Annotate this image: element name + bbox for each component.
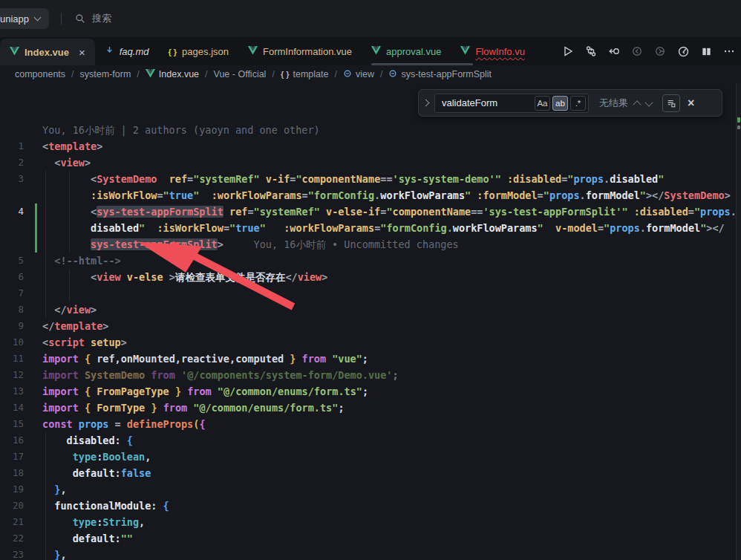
tab-label: approval.vue: [386, 46, 441, 57]
chevron-down-icon: [34, 14, 42, 22]
close-icon[interactable]: ×: [688, 97, 694, 110]
find-previous-icon[interactable]: [633, 100, 641, 108]
tab-faq.md[interactable]: faq.md: [95, 37, 159, 65]
nav-back-icon[interactable]: [630, 44, 644, 59]
vue-icon: [146, 69, 155, 80]
breadcrumb-item-sys-test-appFormSplit[interactable]: sys-test-appFormSplit: [388, 69, 492, 80]
run-code-icon[interactable]: [676, 44, 691, 59]
breadcrumb-item-components[interactable]: components: [15, 69, 65, 79]
project-switcher[interactable]: uniapp: [0, 8, 49, 29]
line-number: 20: [0, 498, 24, 514]
whole-word-toggle[interactable]: ab: [552, 96, 568, 111]
global-search[interactable]: 搜索: [75, 12, 111, 25]
code-line[interactable]: 10<script setup>: [0, 334, 736, 351]
line-number: 17: [0, 449, 24, 465]
code-line[interactable]: 17 type:Boolean,: [0, 449, 736, 465]
line-number: 16: [0, 432, 24, 449]
code-line[interactable]: You, 16小时前 | 2 authors (yaoyn and one ot…: [0, 122, 736, 138]
code-editor[interactable]: You, 16小时前 | 2 authors (yaoyn and one ot…: [0, 83, 741, 560]
tab-label: FormInformation.vue: [263, 46, 352, 57]
code-line[interactable]: 2 <view>: [0, 154, 736, 171]
run-icon[interactable]: [561, 44, 575, 59]
find-next-icon[interactable]: [644, 98, 653, 106]
line-text: :isWorkFlow="true" :workFlowParams="form…: [42, 187, 731, 204]
code-line[interactable]: 18 default:false: [0, 465, 736, 481]
code-area[interactable]: You, 16小时前 | 2 authors (yaoyn and one ot…: [0, 122, 736, 560]
close-tab-icon[interactable]: ×: [79, 47, 85, 58]
line-number: 13: [0, 383, 24, 400]
find-widget: validateForm Aa ab .* 无结果 ×: [418, 89, 722, 117]
tab-FormInformation.vue[interactable]: FormInformation.vue: [238, 37, 362, 65]
line-number: 19: [0, 481, 24, 498]
tab-approval.vue[interactable]: approval.vue: [362, 37, 451, 65]
code-line[interactable]: 20 functionalModule: {: [0, 498, 736, 514]
split-editor-icon[interactable]: [699, 44, 714, 59]
match-case-toggle[interactable]: Aa: [535, 96, 550, 111]
code-line[interactable]: 3 <SystemDemo ref="systemRef" v-if="comp…: [0, 171, 736, 187]
line-number: 9: [0, 318, 24, 334]
breadcrumb-item-view[interactable]: view: [343, 69, 374, 80]
code-line[interactable]: 1<template>: [0, 138, 736, 154]
line-text: type:String,: [42, 514, 145, 530]
code-line[interactable]: 16 disabled: {: [0, 432, 736, 449]
indent-guide: [69, 285, 70, 302]
line-text: default:"": [42, 530, 133, 547]
line-number: 14: [0, 400, 24, 416]
breadcrumb-label: system-form: [80, 69, 131, 79]
breadcrumb-item-Index.vue[interactable]: Index.vue: [146, 69, 199, 80]
find-query[interactable]: validateForm: [442, 97, 532, 108]
code-line[interactable]: 4 <sys-test-appFormSplit ref="systemRef"…: [0, 204, 736, 220]
git-added-marker: [737, 117, 740, 123]
code-line[interactable]: 8 </view>: [0, 302, 736, 318]
indent-guide: [45, 285, 46, 302]
code-line[interactable]: 5 <!--html-->: [0, 253, 736, 269]
breadcrumb-label: template: [293, 69, 329, 79]
source-control-graph-icon[interactable]: [584, 44, 598, 59]
nav-forward-icon[interactable]: [653, 44, 667, 59]
code-line[interactable]: 12import SystemDemo from '@/components/s…: [0, 367, 736, 383]
breadcrumb-item-Vue - Official[interactable]: Vue - Official: [214, 69, 267, 79]
editor-toolbar: [561, 37, 737, 65]
tab-pages.json[interactable]: { }pages.json: [158, 37, 238, 65]
toggle-replace-icon[interactable]: [422, 100, 430, 107]
line-number: 3: [0, 171, 24, 187]
breadcrumb-item-system-form[interactable]: system-form: [80, 69, 131, 79]
code-line[interactable]: sys-test-appFormSplit> You, 16小时前 • Unco…: [0, 236, 736, 253]
regex-toggle[interactable]: .*: [570, 96, 586, 111]
code-line[interactable]: 6 <view v-else >请检查表单文件是否存在</view>: [0, 269, 736, 285]
breadcrumb-label: sys-test-appFormSplit: [401, 69, 492, 79]
code-line[interactable]: 23 },: [0, 547, 736, 560]
git-change-bar: [35, 220, 37, 236]
more-actions-icon[interactable]: [722, 44, 737, 59]
line-text: <script setup>: [42, 334, 127, 351]
code-line[interactable]: 11import { ref,onMounted,reactive,comput…: [0, 351, 736, 367]
code-line[interactable]: 21 type:String,: [0, 514, 736, 530]
open-changes-icon[interactable]: [607, 44, 621, 59]
overview-ruler[interactable]: [736, 83, 741, 560]
breadcrumb-item-template[interactable]: { }template: [281, 69, 329, 79]
find-input[interactable]: validateForm Aa ab .*: [434, 94, 589, 113]
code-line[interactable]: disabled" :isWorkFlow="true" :workFlowPa…: [0, 220, 736, 236]
line-number: 22: [0, 530, 24, 547]
line-text: import { FromPageType } from "@/common/e…: [42, 383, 368, 400]
search-placeholder: 搜索: [92, 12, 111, 25]
code-line[interactable]: 7: [0, 285, 736, 302]
tab-scrollbar[interactable]: [371, 63, 473, 65]
code-line[interactable]: 19 },: [0, 481, 736, 498]
code-line[interactable]: 22 default:"": [0, 530, 736, 547]
code-line[interactable]: 9</template>: [0, 318, 736, 334]
line-number: 5: [0, 253, 24, 269]
tab-Index.vue[interactable]: Index.vue×: [0, 39, 95, 65]
line-number: 23: [0, 547, 24, 560]
code-line[interactable]: 13import { FromPageType } from "@/common…: [0, 383, 736, 400]
tab-FlowInfo.vu[interactable]: FlowInfo.vu: [451, 37, 534, 65]
line-number: 4: [0, 204, 24, 220]
line-number: 12: [0, 367, 24, 383]
code-line[interactable]: 15const props = defineProps({: [0, 416, 736, 432]
find-results-count: 无结果: [599, 97, 628, 110]
code-line[interactable]: 14import { FormType } from "@/common/enu…: [0, 400, 736, 416]
code-line[interactable]: :isWorkFlow="true" :workFlowParams="form…: [0, 187, 736, 204]
find-in-selection-icon[interactable]: [662, 94, 680, 112]
mdarrow-icon: [105, 45, 114, 57]
line-text: default:false: [42, 465, 151, 481]
